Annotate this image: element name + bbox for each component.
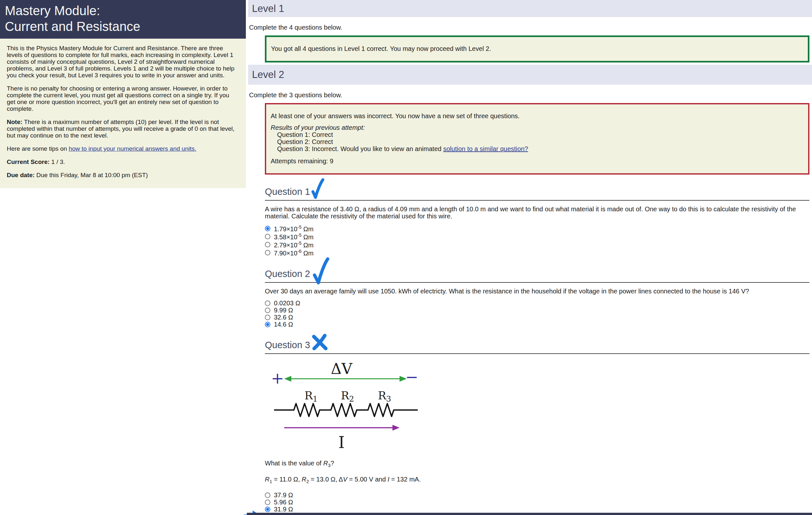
radio-button[interactable] xyxy=(265,507,270,512)
resistor-3-label: R3 xyxy=(378,389,391,403)
radio-button[interactable] xyxy=(265,301,270,306)
option-row[interactable]: 37.9 Ω xyxy=(265,491,809,498)
option-label: 37.9 Ω xyxy=(274,491,293,499)
radio-button[interactable] xyxy=(265,315,270,320)
question-2-heading: Question 2 xyxy=(265,269,809,283)
option-row[interactable]: 0.0203 Ω xyxy=(265,300,809,307)
radio-button[interactable] xyxy=(265,308,270,313)
sidebar: Mastery Module: Current and Resistance T… xyxy=(0,0,246,515)
level-1-header: Level 1 xyxy=(248,0,812,17)
incorrect-mark-icon xyxy=(310,332,329,352)
question-3-prompt: What is the value of R3? xyxy=(265,460,809,469)
resistor-1-label: R1 xyxy=(304,389,318,403)
plus-terminal-label: + xyxy=(271,369,284,387)
level-2-error-alert: At least one of your answers was incorre… xyxy=(265,103,809,175)
question-1-title: Question 1 xyxy=(265,186,310,197)
radio-button[interactable] xyxy=(265,499,270,505)
option-label: 0.0203 Ω xyxy=(274,300,300,307)
question-1-options: 1.79×10-5 Ωm 3.58×10-5 Ωm 2.79×10-5 Ωm 7… xyxy=(265,224,809,257)
module-title-line2: Current and Resistance xyxy=(5,19,241,34)
question-2-text: Over 30 days an average family will use … xyxy=(265,287,809,295)
question-2-options: 0.0203 Ω 9.99 Ω 32.6 Ω 14.6 Ω xyxy=(265,300,809,328)
level-1-success-message: You got all 4 questions in Level 1 corre… xyxy=(271,46,803,53)
option-label: 1.79×10-5 Ωm xyxy=(274,224,314,233)
level-2-instruction: Complete the 3 questions below. xyxy=(249,91,812,99)
current-score: Current Score: 1 / 3. xyxy=(7,158,239,165)
radio-button[interactable] xyxy=(265,242,270,247)
radio-button[interactable] xyxy=(265,250,270,255)
option-row[interactable]: 7.90×10-6 Ωm xyxy=(265,249,809,257)
attempts-remaining: Attempts remaining: 9 xyxy=(271,158,804,165)
question-1-section: Question 1 A wire has a resistance of 3.… xyxy=(265,186,809,257)
results-label: Results of your previous attempt: xyxy=(271,124,804,131)
series-circuit-diagram: ΔV + − R1 R2 R3 I xyxy=(271,359,424,453)
question-3-title: Question 3 xyxy=(265,340,310,350)
result-question-1: Question 1: Correct xyxy=(271,131,804,139)
option-row[interactable]: 2.79×10-5 Ωm xyxy=(265,241,809,249)
minus-terminal-label: − xyxy=(405,368,418,386)
result-question-2: Question 2: Correct xyxy=(271,139,804,146)
radio-button[interactable] xyxy=(265,234,270,239)
radio-button[interactable] xyxy=(265,322,270,327)
option-label: 14.6 Ω xyxy=(274,321,293,328)
level-1-success-alert: You got all 4 questions in Level 1 corre… xyxy=(265,35,809,62)
result-question-3[interactable]: Question 3: Incorrect. Would you like to… xyxy=(271,146,804,153)
module-info-panel: This is the Physics Mastery Module for C… xyxy=(0,39,246,188)
current-direction-arrow xyxy=(284,425,400,431)
option-row[interactable]: 14.6 Ω xyxy=(265,321,809,328)
level-1-title: Level 1 xyxy=(252,3,284,14)
option-label: 7.90×10-6 Ωm xyxy=(274,249,314,257)
main-content: Level 1 Complete the 4 questions below. … xyxy=(248,0,812,515)
delta-v-label: ΔV xyxy=(331,360,352,377)
question-1-heading: Question 1 xyxy=(265,186,809,201)
question-3-heading: Question 3 xyxy=(265,340,809,354)
option-label: 32.6 Ω xyxy=(274,314,293,321)
radio-button[interactable] xyxy=(265,492,270,498)
due-date: Due date: Due this Friday, Mar 8 at 10:0… xyxy=(7,172,239,178)
correct-mark-icon xyxy=(312,257,330,285)
radio-button[interactable] xyxy=(265,226,270,231)
option-label: 31.9 Ω xyxy=(274,506,293,513)
question-1-text: A wire has a resistance of 3.40 Ω, a rad… xyxy=(265,206,809,220)
level-2-header: Level 2 xyxy=(248,65,812,85)
question-3-options: 37.9 Ω 5.96 Ω 31.9 Ω 13.9 Ω xyxy=(265,491,809,515)
option-label: 3.58×10-5 Ωm xyxy=(274,233,314,241)
module-title: Mastery Module: Current and Resistance xyxy=(0,0,246,39)
level-1-instruction: Complete the 4 questions below. xyxy=(249,24,812,31)
question-3-section: Question 3 ΔV + − R1 xyxy=(265,340,809,515)
current-label: I xyxy=(338,433,345,452)
option-label: 2.79×10-5 Ωm xyxy=(274,241,314,249)
option-row[interactable]: 1.79×10-5 Ωm xyxy=(265,224,809,233)
page: Mastery Module: Current and Resistance T… xyxy=(0,0,812,515)
question-2-section: Question 2 Over 30 days an average famil… xyxy=(265,269,809,328)
option-row[interactable]: 31.9 Ω xyxy=(265,506,809,513)
penalty-paragraph: There is no penalty for choosing or ente… xyxy=(7,85,239,112)
option-label: 5.96 Ω xyxy=(274,498,293,506)
correct-mark-icon xyxy=(311,178,325,200)
option-row[interactable]: 32.6 Ω xyxy=(265,314,809,321)
option-row[interactable]: 3.58×10-5 Ωm xyxy=(265,233,809,241)
option-row[interactable]: 9.99 Ω xyxy=(265,307,809,314)
level-2-title: Level 2 xyxy=(252,69,284,81)
option-row[interactable]: 5.96 Ω xyxy=(265,498,809,506)
error-alert-line1: At least one of your answers was incorre… xyxy=(271,113,804,120)
tips-paragraph[interactable]: Here are some tips on how to input your … xyxy=(7,145,239,152)
intro-paragraph: This is the Physics Mastery Module for C… xyxy=(7,45,239,79)
footer-bar xyxy=(247,513,812,515)
question-2-title: Question 2 xyxy=(265,269,310,279)
question-3-given-values: R1 = 11.0 Ω, R2 = 13.0 Ω, ΔV = 5.00 V an… xyxy=(265,476,809,485)
option-label: 9.99 Ω xyxy=(274,307,293,314)
resistor-wire xyxy=(274,403,417,417)
resistor-2-label: R2 xyxy=(341,389,354,403)
note-paragraph: Note: There is a maximum number of attem… xyxy=(7,119,239,139)
module-title-line1: Mastery Module: xyxy=(5,3,241,19)
